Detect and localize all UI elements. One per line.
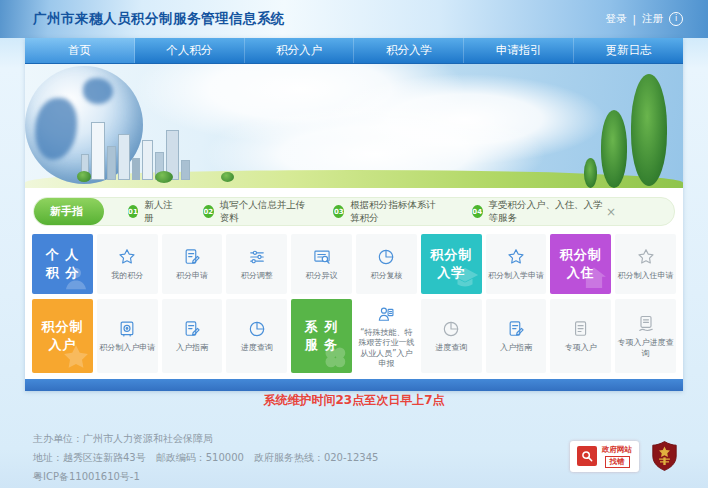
feature-tile[interactable]: 积分制入学 — [421, 234, 482, 294]
doc-edit-icon — [182, 246, 202, 268]
page: 广州市来穗人员积分制服务管理信息系统 登录 | 注册 i 首页个人积分积分入户积… — [0, 0, 708, 488]
star-icon — [636, 246, 656, 268]
maintenance-notice: 系统维护时间23点至次日早上7点 — [25, 392, 683, 409]
service-tile-label: 专项入户 — [563, 343, 599, 353]
feature-tile-label: 系 列 — [305, 318, 339, 336]
service-tile-label: 进度查询 — [239, 343, 275, 353]
step-number-badge: 02 — [203, 205, 214, 218]
feature-tile[interactable]: 个 人积 分 — [32, 234, 93, 294]
service-tile[interactable]: 积分复核 — [356, 234, 417, 294]
service-tile-label: 积分制入住申请 — [616, 271, 676, 281]
service-tile[interactable]: 我的积分 — [97, 234, 158, 294]
service-tile-label: 积分复核 — [368, 271, 404, 281]
service-tile[interactable]: 积分制入户申请 — [97, 299, 158, 373]
nav-tab[interactable]: 申请指引 — [464, 38, 574, 63]
close-icon[interactable]: × — [606, 205, 616, 219]
service-tile-label: 进度查询 — [433, 343, 469, 353]
service-tile[interactable]: 入户指南 — [486, 299, 547, 373]
service-grid-row2: 积分制入户积分制入户申请入户指南进度查询系 列服 务“特殊技能、特殊艰苦行业一线… — [32, 299, 676, 373]
bush-graphic — [77, 171, 91, 182]
service-tile[interactable]: “特殊技能、特殊艰苦行业一线从业人员”入户申报 — [356, 299, 417, 373]
step-number-badge: 03 — [333, 205, 344, 218]
services-section: 新手指引 01新人注册02填写个人信息并上传资料03根据积分指标体系计算积分04… — [25, 188, 683, 379]
guide-step[interactable]: 01新人注册 — [128, 199, 175, 225]
service-tile-label: 积分制入学申请 — [486, 271, 546, 281]
info-circle-icon[interactable]: i — [669, 12, 683, 26]
feature-tile-label: 入学 — [437, 264, 465, 282]
step-label: 根据积分指标体系计算积分 — [350, 199, 444, 225]
step-label: 新人注册 — [144, 199, 175, 225]
feature-tile[interactable]: 积分制入住 — [550, 234, 611, 294]
tree-graphic — [631, 74, 667, 186]
doc-edit-icon — [182, 318, 202, 340]
nav-tab[interactable]: 个人积分 — [135, 38, 245, 63]
footer-address: 地址：越秀区连新路43号 邮政编码：510000 政府服务热线：020-1234… — [33, 448, 378, 467]
tree-graphic — [601, 110, 627, 188]
service-tile[interactable]: 入户指南 — [162, 299, 223, 373]
nav-tab[interactable]: 首页 — [25, 38, 135, 63]
find-error-badge[interactable]: 政府网站 找错 — [570, 441, 639, 472]
banner-image — [25, 64, 683, 188]
service-tile[interactable]: 专项入户进度查询 — [615, 299, 676, 373]
guide-step[interactable]: 03根据积分指标体系计算积分 — [333, 199, 443, 225]
service-tile[interactable]: 积分制入学申请 — [486, 234, 547, 294]
main-nav: 首页个人积分积分入户积分入学申请指引更新日志 — [25, 38, 683, 64]
service-tile[interactable]: 积分调整 — [226, 234, 287, 294]
footer-organizer: 主办单位：广州市人力资源和社会保障局 — [33, 429, 378, 448]
nav-tab[interactable]: 积分入学 — [354, 38, 464, 63]
service-tile-label: 积分异议 — [304, 271, 340, 281]
service-tile-label: 我的积分 — [109, 271, 145, 281]
feature-tile-label: 积分制 — [560, 246, 602, 264]
feature-tile-label: 个 人 — [46, 246, 80, 264]
feature-tile-label: 积分制 — [41, 318, 83, 336]
feature-tile[interactable]: 积分制入户 — [32, 299, 93, 373]
service-tile[interactable]: 进度查询 — [226, 299, 287, 373]
magnifier-icon — [577, 446, 597, 466]
service-tile[interactable]: 积分申请 — [162, 234, 223, 294]
main-card: 首页个人积分积分入户积分入学申请指引更新日志 — [25, 38, 683, 391]
feature-tile-label: 积 分 — [46, 264, 80, 282]
step-number-badge: 01 — [128, 205, 139, 218]
bush-graphic — [221, 172, 234, 182]
safe-icon — [117, 318, 137, 340]
find-error-label2: 找错 — [605, 456, 630, 468]
doc-hand-icon — [636, 313, 656, 335]
service-tile[interactable]: 积分制入住申请 — [615, 234, 676, 294]
city-skyline-graphic — [81, 122, 190, 180]
guide-badge[interactable]: 新手指引 — [34, 198, 104, 225]
guide-steps: 01新人注册02填写个人信息并上传资料03根据积分指标体系计算积分04享受积分入… — [128, 199, 606, 225]
gov-shield-icon[interactable] — [651, 440, 678, 472]
guide-bar: 新手指引 01新人注册02填写个人信息并上传资料03根据积分指标体系计算积分04… — [33, 197, 675, 226]
star-icon — [506, 246, 526, 268]
feature-tile-label: 服 务 — [305, 336, 339, 354]
nav-tab[interactable]: 更新日志 — [574, 38, 683, 63]
find-error-label: 政府网站 — [602, 445, 632, 455]
service-tile-label: 积分申请 — [174, 271, 210, 281]
guide-step[interactable]: 02填写个人信息并上传资料 — [203, 199, 306, 225]
globe-land-graphic — [35, 98, 77, 160]
feature-tile-label: 入户 — [48, 336, 76, 354]
nav-tab[interactable]: 积分入户 — [245, 38, 355, 63]
bush-graphic — [155, 171, 173, 183]
login-link[interactable]: 登录 — [605, 12, 626, 26]
service-tile[interactable]: 专项入户 — [550, 299, 611, 373]
sliders-icon — [247, 246, 267, 268]
pie-icon — [441, 318, 461, 340]
feature-tile[interactable]: 系 列服 务 — [291, 299, 352, 373]
service-tile[interactable]: 进度查询 — [421, 299, 482, 373]
service-grid-row1: 个 人积 分我的积分积分申请积分调整积分异议积分复核积分制入学积分制入学申请积分… — [32, 234, 676, 294]
feature-tile-label: 积分制 — [430, 246, 472, 264]
globe-land-graphic — [83, 78, 113, 104]
service-tile-label: “特殊技能、特殊艰苦行业一线从业人员”入户申报 — [356, 328, 417, 370]
service-tile-label: 专项入户进度查询 — [615, 338, 676, 359]
bottom-strip — [25, 379, 683, 391]
register-link[interactable]: 注册 — [642, 12, 663, 26]
feature-tile-label: 入住 — [567, 264, 595, 282]
doc-edit-icon — [506, 318, 526, 340]
service-tile-label: 入户指南 — [498, 343, 534, 353]
service-tile[interactable]: 积分异议 — [291, 234, 352, 294]
auth-divider: | — [632, 13, 636, 25]
pie-icon — [247, 318, 267, 340]
guide-step[interactable]: 04享受积分入户、入住、入学等服务 — [472, 199, 606, 225]
step-label: 享受积分入户、入住、入学等服务 — [489, 199, 606, 225]
